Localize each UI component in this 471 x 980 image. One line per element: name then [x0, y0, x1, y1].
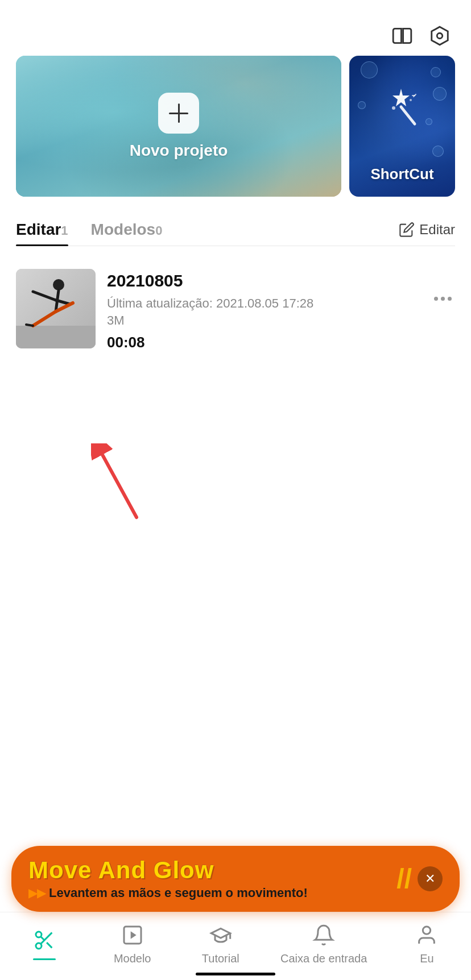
tutorial-icon	[209, 924, 232, 946]
book-icon-button[interactable]	[389, 23, 415, 49]
shortcut-card[interactable]: ShortCut	[349, 56, 455, 197]
nav-item-inbox[interactable]: Caixa de entrada	[280, 921, 367, 965]
hexagon-settings-icon	[429, 25, 451, 47]
header-icons-row	[0, 0, 471, 56]
dancer-thumbnail-svg	[16, 269, 96, 348]
droplet	[433, 87, 447, 101]
tab-models[interactable]: Modelos0	[91, 215, 163, 244]
project-size: 3M	[107, 313, 419, 328]
nav-label-eu: Eu	[420, 952, 433, 965]
banner-content: Move And Glow ▶▶ Levantem as mãos e segu…	[28, 857, 391, 900]
svg-line-24	[40, 937, 44, 940]
project-item[interactable]: 20210805 Última atualização: 2021.08.05 …	[16, 260, 455, 360]
shortcut-label: ShortCut	[370, 165, 433, 183]
project-info: 20210805 Última atualização: 2021.08.05 …	[107, 269, 419, 351]
droplet	[431, 67, 441, 77]
tabs-section: Editar1 Modelos0 Editar	[0, 215, 471, 360]
book-icon	[391, 25, 413, 47]
nav-active-indicator	[33, 958, 56, 960]
banner-decoration: //	[396, 865, 412, 892]
svg-line-17	[26, 325, 33, 326]
svg-point-5	[410, 99, 412, 101]
banner-subtitle: ▶▶ Levantem as mãos e seguem o movimento…	[28, 886, 391, 900]
svg-rect-10	[16, 326, 96, 348]
inbox-bell-icon	[312, 924, 335, 946]
settings-icon-button[interactable]	[427, 23, 453, 49]
droplet	[358, 101, 366, 109]
nav-label-tutorial: Tutorial	[202, 952, 239, 965]
svg-point-27	[423, 927, 431, 934]
top-cards-row: Novo projeto S	[0, 56, 471, 197]
model-icon	[121, 924, 144, 946]
banner-close-button[interactable]: ✕	[418, 866, 443, 891]
new-project-card[interactable]: Novo projeto	[16, 56, 341, 197]
svg-line-23	[47, 942, 52, 948]
svg-point-4	[392, 106, 395, 110]
project-name: 20210805	[107, 271, 419, 290]
project-date: Última atualização: 2021.08.05 17:28	[107, 296, 419, 311]
nav-item-edit[interactable]	[16, 927, 73, 960]
svg-point-1	[437, 33, 443, 39]
svg-point-20	[36, 932, 42, 937]
svg-marker-2	[392, 89, 410, 106]
nav-item-tutorial[interactable]: Tutorial	[192, 921, 249, 965]
edit-button-label: Editar	[419, 222, 455, 238]
home-indicator	[196, 973, 275, 975]
arrow-annotation	[91, 443, 148, 525]
project-thumbnail	[16, 269, 96, 348]
nav-label-inbox: Caixa de entrada	[280, 952, 367, 965]
droplet	[425, 118, 432, 125]
scissors-icon	[33, 929, 56, 952]
nav-label-modelo: Modelo	[114, 952, 151, 965]
project-more-button[interactable]	[430, 286, 455, 311]
nav-item-eu[interactable]: Eu	[398, 921, 455, 965]
new-project-label: Novo projeto	[130, 142, 228, 160]
edit-pencil-icon	[399, 222, 415, 238]
svg-point-21	[36, 943, 42, 949]
svg-marker-26	[130, 931, 136, 939]
tab-edit[interactable]: Editar1	[16, 215, 68, 244]
banner-title: Move And Glow	[28, 857, 391, 883]
plus-button	[158, 93, 199, 134]
banner-arrows-icon: ▶▶	[28, 886, 46, 900]
promo-banner[interactable]: Move And Glow ▶▶ Levantem as mãos e segu…	[11, 846, 460, 912]
nav-item-modelo[interactable]: Modelo	[104, 921, 161, 965]
project-list: 20210805 Última atualização: 2021.08.05 …	[16, 260, 455, 360]
bottom-nav: Modelo Tutorial Caixa de entrada	[0, 912, 471, 980]
droplet	[432, 146, 444, 157]
tabs-header: Editar1 Modelos0 Editar	[16, 215, 455, 246]
droplet	[361, 61, 378, 78]
svg-point-11	[53, 279, 64, 290]
banner-subtitle-text: Levantem as mãos e seguem o movimento!	[49, 886, 308, 900]
svg-line-3	[401, 107, 415, 124]
svg-marker-0	[432, 27, 448, 45]
edit-button[interactable]: Editar	[399, 222, 455, 238]
svg-line-19	[102, 455, 137, 517]
project-duration: 00:08	[107, 334, 419, 351]
profile-icon	[415, 924, 438, 946]
wand-icon	[379, 84, 425, 132]
